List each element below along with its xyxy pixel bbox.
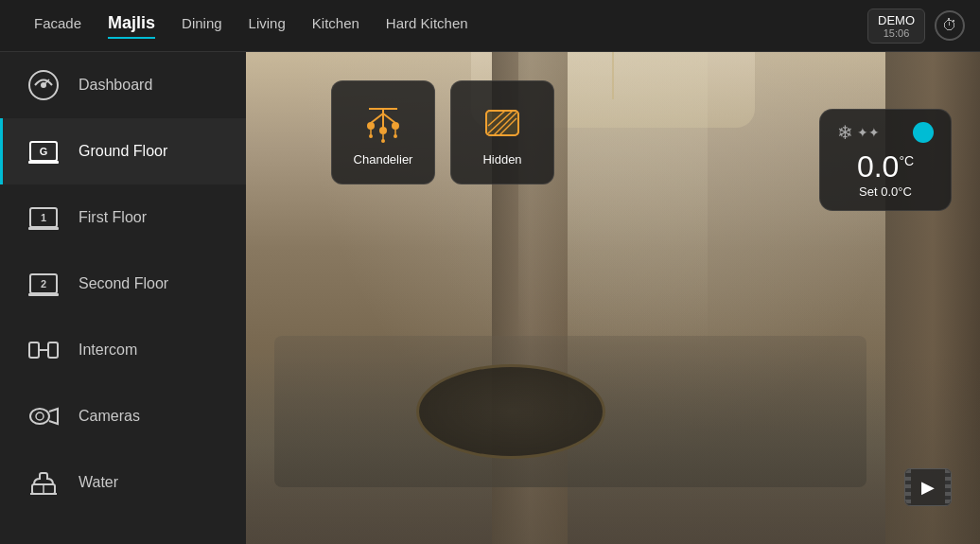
svg-rect-5 (28, 161, 59, 164)
video-button[interactable]: ▶ (904, 468, 952, 506)
tab-dining[interactable]: Dining (182, 15, 222, 37)
svg-point-16 (36, 412, 44, 420)
chandelier-button[interactable]: Chandelier (331, 80, 435, 184)
sidebar: Dashboard G Ground Floor 1 F (0, 52, 246, 544)
ac-temperature-display: 0.0°C (857, 149, 914, 184)
second-floor-icon: 2 (26, 266, 61, 302)
tab-hard-kitchen[interactable]: Hard Kitchen (386, 15, 468, 37)
fan-icon: ✦✦ (857, 125, 880, 140)
svg-line-22 (371, 114, 383, 123)
demo-label: DEMO (878, 13, 915, 27)
demo-badge: DEMO 15:06 (867, 9, 925, 44)
ac-top-row: ❄ ✦✦ (837, 121, 934, 144)
ac-power-indicator[interactable] (913, 122, 934, 143)
svg-rect-11 (28, 293, 59, 296)
light-controls: Chandelier Hidden (331, 80, 554, 184)
content-area: Chandelier Hidden (246, 52, 980, 544)
hidden-label: Hidden (482, 152, 521, 167)
svg-rect-12 (29, 342, 39, 358)
first-floor-icon: 1 (26, 200, 61, 236)
intercom-icon (26, 332, 61, 368)
svg-line-23 (383, 114, 395, 123)
chandelier-label: Chandelier (354, 152, 413, 167)
ac-mode-icons: ❄ ✦✦ (837, 121, 880, 144)
snowflake-icon: ❄ (837, 121, 853, 144)
tab-facade[interactable]: Facade (34, 15, 81, 37)
tab-majlis[interactable]: Majlis (108, 13, 155, 39)
sidebar-item-first-floor[interactable]: 1 First Floor (0, 184, 246, 251)
svg-point-31 (369, 134, 373, 138)
svg-text:2: 2 (41, 278, 46, 290)
dashboard-icon (26, 67, 61, 103)
pendant-wire (612, 52, 614, 99)
svg-point-32 (394, 134, 397, 138)
ac-widget: ❄ ✦✦ 0.0°C Set 0.0°C (819, 109, 952, 211)
sidebar-item-dashboard[interactable]: Dashboard (0, 52, 246, 118)
svg-rect-13 (48, 342, 58, 358)
sidebar-item-intercom[interactable]: Intercom (0, 317, 246, 383)
nav-tabs: Facade Majlis Dining Living Kitchen Hard… (34, 13, 468, 39)
play-icon: ▶ (921, 477, 935, 498)
svg-point-27 (379, 127, 387, 134)
tab-living[interactable]: Living (249, 15, 286, 37)
second-floor-label: Second Floor (79, 275, 168, 292)
main-layout: Dashboard G Ground Floor 1 F (0, 52, 980, 544)
clock-display: 15:06 (878, 27, 915, 39)
svg-point-25 (367, 122, 375, 130)
tab-kitchen[interactable]: Kitchen (312, 15, 359, 37)
intercom-label: Intercom (79, 342, 137, 359)
water-label: Water (79, 474, 118, 491)
svg-text:G: G (40, 146, 48, 157)
first-floor-label: First Floor (79, 209, 147, 226)
ac-setpoint: Set 0.0°C (859, 184, 912, 199)
ac-temp-unit: °C (899, 153, 914, 168)
svg-text:1: 1 (41, 212, 46, 223)
dashboard-label: Dashboard (79, 77, 152, 94)
svg-point-26 (392, 122, 399, 130)
ground-floor-icon: G (26, 133, 61, 169)
svg-rect-8 (28, 227, 59, 230)
sidebar-item-water[interactable]: Water (0, 449, 246, 516)
sidebar-item-second-floor[interactable]: 2 Second Floor (0, 251, 246, 317)
svg-point-33 (381, 139, 385, 143)
ground-floor-label: Ground Floor (79, 143, 167, 160)
timer-icon[interactable]: ⏱ (935, 10, 965, 41)
sidebar-item-cameras[interactable]: Cameras (0, 383, 246, 449)
header-right: DEMO 15:06 ⏱ (867, 9, 965, 44)
chandelier-icon (359, 99, 407, 147)
water-icon (26, 465, 61, 500)
coffee-table (416, 364, 605, 459)
sidebar-item-ground-floor[interactable]: G Ground Floor (0, 118, 246, 184)
hidden-icon (479, 99, 526, 147)
header: Facade Majlis Dining Living Kitchen Hard… (0, 0, 980, 52)
svg-point-15 (30, 409, 49, 424)
cameras-label: Cameras (79, 408, 140, 425)
hidden-button[interactable]: Hidden (450, 80, 554, 184)
cameras-icon (26, 398, 61, 434)
